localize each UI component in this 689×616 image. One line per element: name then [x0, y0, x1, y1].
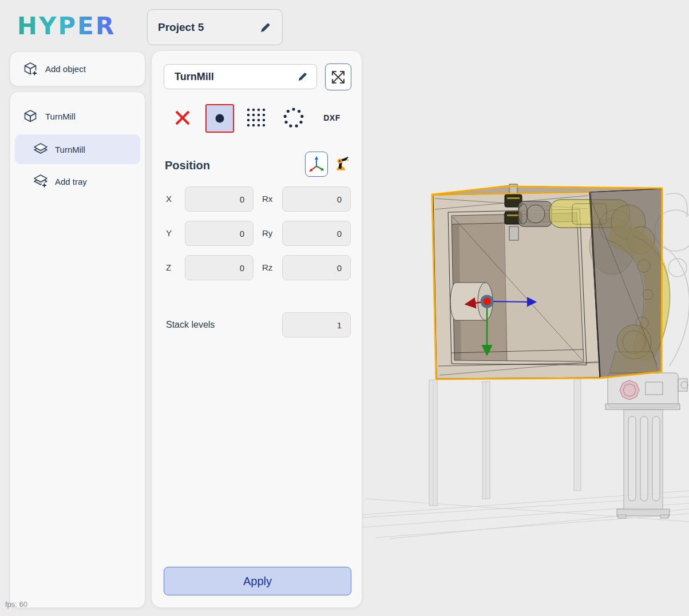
position-heading: Position [165, 159, 210, 172]
x-label: X [166, 186, 172, 212]
ry-input[interactable] [282, 221, 351, 246]
cube-icon [23, 109, 38, 124]
app-logo: HYPER [17, 12, 116, 40]
fps-counter: fps: 60 [5, 600, 27, 609]
project-name-label: Project 5 [158, 21, 204, 34]
machine-right-face[interactable] [589, 189, 662, 378]
dot-grid-icon [245, 107, 267, 129]
app-window: HYPER Project 5 Add object [0, 0, 689, 616]
coordinate-axes-icon [307, 154, 326, 174]
z-input[interactable] [185, 255, 254, 280]
dotted-circle-icon [282, 106, 305, 129]
tree-item-add-tray[interactable]: Add tray [15, 169, 140, 194]
ry-label: Ry [262, 221, 272, 246]
gizmo-z-axis[interactable] [487, 301, 536, 302]
project-name-button[interactable]: Project 5 [147, 9, 283, 45]
red-x-icon [174, 109, 191, 126]
tree-item-label: TurnMill [55, 145, 85, 154]
tree-item-turnmill-root[interactable]: TurnMill [23, 106, 145, 126]
dxf-import-button[interactable]: DXF [319, 108, 345, 128]
edit-pencil-icon[interactable] [297, 71, 308, 82]
expand-viewport-button[interactable] [325, 63, 351, 90]
add-cube-icon [23, 61, 38, 77]
x-input[interactable] [185, 186, 254, 212]
gizmo-origin[interactable] [482, 296, 492, 307]
single-dot-icon [214, 113, 225, 124]
tree-item-label: TurnMill [45, 112, 76, 121]
expand-arrows-icon [330, 69, 347, 86]
object-name-input[interactable] [173, 70, 297, 84]
rx-label: Rx [262, 186, 272, 212]
tree-item-turnmill-child-selected[interactable]: TurnMill [15, 134, 140, 164]
y-label: Y [166, 221, 172, 246]
y-input[interactable] [185, 221, 254, 246]
single-part-mode-button-selected[interactable] [205, 104, 234, 133]
add-layers-icon [33, 174, 48, 189]
stack-levels-label: Stack levels [166, 312, 215, 337]
robot-frame-toggle-button[interactable] [331, 153, 352, 176]
stack-levels-input[interactable] [282, 312, 351, 337]
robot-arm-icon [335, 153, 349, 175]
rz-input[interactable] [282, 255, 351, 280]
robot-base[interactable] [605, 373, 688, 410]
layers-icon [33, 142, 48, 156]
add-object-label: Add object [45, 64, 86, 74]
rz-label: Rz [262, 255, 272, 280]
object-tree-panel: TurnMill TurnMill Add tray [10, 92, 145, 608]
object-name-field[interactable] [164, 64, 317, 89]
inspector-panel: DXF Position [151, 50, 362, 608]
rx-input[interactable] [282, 186, 351, 212]
delete-part-button[interactable] [172, 108, 193, 128]
circular-pattern-mode-button[interactable] [282, 106, 305, 129]
z-label: Z [166, 255, 171, 280]
world-axes-toggle-button[interactable] [305, 152, 328, 177]
grid-pattern-mode-button[interactable] [245, 107, 267, 129]
edit-pencil-icon [259, 21, 272, 34]
add-object-button[interactable]: Add object [10, 51, 145, 86]
robot-pedestal[interactable] [617, 410, 670, 518]
tree-item-label: Add tray [55, 177, 87, 186]
apply-button[interactable]: Apply [164, 567, 351, 595]
